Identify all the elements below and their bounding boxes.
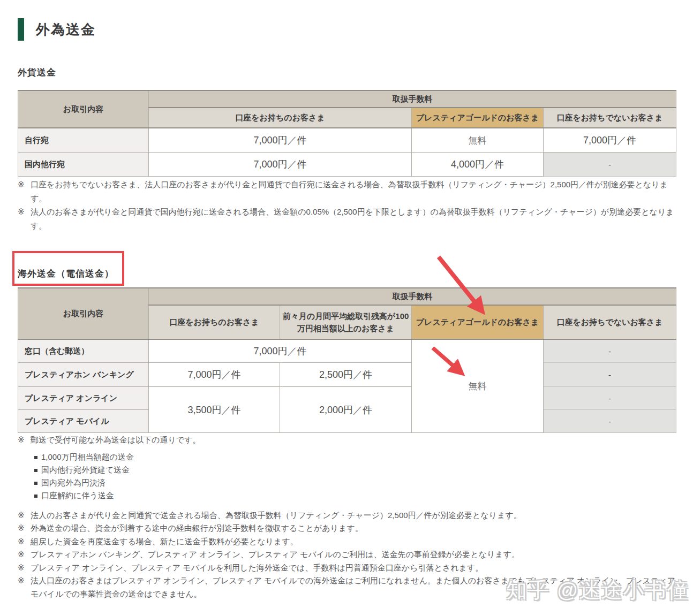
note-item: ※ 法人のお客さまが代り金と同通貨で国内他行宛に送金される場合、送金額の0.05… (18, 205, 677, 232)
table-row: 窓口（含む郵送） 7,000円／件 無料 - (18, 339, 676, 363)
note-text: 法人のお客さまが代り金と同通貨で送金される場合、為替取扱手数料（リフティング・チ… (31, 509, 677, 522)
header-account-holder: 口座をお持ちのお客さま (149, 108, 412, 128)
table-row: プレスティア オンライン 3,500円／件 2,000円／件 - (18, 387, 676, 410)
header-account-holder: 口座をお持ちのお客さま (149, 305, 280, 339)
fee-value: 7,000円／件 (544, 128, 676, 153)
note-text: 口座をお持ちでないお客さま、法人口座のお客さまが代り金と同通貨で自行宛に送金され… (31, 178, 677, 205)
note-marker: ※ (18, 178, 31, 205)
header-average-balance: 前々月の月間平均総取引残高が100万円相当額以上のお客さま (280, 305, 412, 339)
header-transaction: お取引内容 (18, 288, 149, 339)
note-item: ※ 法人のお客さまが代り金と同通貨で送金される場合、為替取扱手数料（リフティング… (18, 509, 677, 522)
row-label-domestic-other-bank: 国内他行宛 (18, 153, 149, 177)
table-row: 国内他行宛 7,000円／件 4,000円／件 - (18, 153, 676, 177)
red-annotation-box: 海外送金（電信送金） (12, 251, 124, 286)
fee-value: 3,500円／件 (149, 387, 280, 433)
fee-value: 7,000円／件 (149, 128, 412, 153)
green-accent-bar (18, 18, 24, 41)
fee-value-none: - (544, 387, 676, 410)
note-text: 外為送金の場合、資金が到着する途中の経由銀行が別途手数料を徴収することがあります… (31, 522, 677, 535)
list-item-text: 1,000万円相当額超の送金 (41, 451, 134, 464)
zhihu-watermark: 知乎 @迷途小书僮 (506, 576, 689, 605)
list-item-text: 国内宛外為円決済 (41, 476, 106, 490)
page-title-block: 外為送金 (18, 18, 96, 41)
row-label-counter: 窓口（含む郵送） (18, 339, 149, 363)
foreign-remittance-fee-page: 外為送金 外貨送金 お取引内容 取扱手数料 口座をお持ちのお客さま プレスティア… (0, 0, 693, 616)
note-marker: ※ (18, 561, 31, 575)
note-text: プレスティア オンライン、プレスティア モバイルを利用した海外送金では、手数料は… (31, 561, 677, 575)
table-row: 自行宛 7,000円／件 無料 7,000円／件 (18, 128, 676, 153)
note-text: 郵送で受付可能な外為送金は以下の通りです。 (31, 434, 677, 447)
header-no-account: 口座をお持ちでないお客さま (544, 305, 676, 339)
table-row: プレスティアホン バンキング 7,000円／件 2,500円／件 - (18, 363, 676, 387)
list-item: 口座解約に伴う送金 (34, 490, 677, 503)
fee-value-none: - (544, 410, 676, 433)
overseas-remittance-fee-table: お取引内容 取扱手数料 口座をお持ちのお客さま 前々月の月間平均総取引残高が10… (18, 287, 676, 433)
fee-value: 無料 (412, 128, 544, 153)
note-marker: ※ (18, 434, 31, 447)
note-item: ※ 外為送金の場合、資金が到着する途中の経由銀行が別途手数料を徴収することがあり… (18, 522, 677, 535)
bullet-square-icon (34, 469, 37, 472)
note-text: 組戻した資金を再度送金する場合、新たに送金手数料が必要となります。 (31, 535, 677, 549)
fee-value: 7,000円／件 (149, 339, 412, 363)
fee-value-none: - (544, 153, 676, 177)
note-marker: ※ (18, 548, 31, 561)
table-header-row: お取引内容 取扱手数料 (18, 90, 676, 108)
note-text: プレスティアホン バンキング、プレスティア オンライン、プレスティア モバイルの… (31, 548, 677, 561)
bullet-square-icon (34, 482, 37, 485)
header-fee: 取扱手数料 (149, 90, 676, 108)
list-item: 国内他行宛外貨建て送金 (34, 464, 677, 477)
row-label-phone-banking: プレスティアホン バンキング (18, 363, 149, 387)
header-fee: 取扱手数料 (149, 288, 676, 305)
note-item: ※ プレスティア オンライン、プレスティア モバイルを利用した海外送金では、手数… (18, 561, 677, 575)
bullet-square-icon (34, 495, 37, 498)
list-item: 国内宛外為円決済 (34, 477, 677, 490)
table-header-row: お取引内容 取扱手数料 (18, 288, 676, 305)
fee-value-free: 無料 (412, 339, 544, 433)
page-title: 外為送金 (36, 20, 96, 39)
fee-value-none: - (544, 339, 676, 363)
note-marker: ※ (18, 535, 31, 549)
note-marker: ※ (18, 205, 31, 232)
row-label-mobile: プレスティア モバイル (18, 410, 149, 433)
note-item: ※ 郵送で受付可能な外為送金は以下の通りです。 (18, 434, 677, 447)
fee-value: 7,000円／件 (149, 363, 280, 387)
note-marker: ※ (18, 522, 31, 535)
list-item-text: 国内他行宛外貨建て送金 (41, 463, 130, 477)
header-transaction: お取引内容 (18, 90, 149, 128)
row-label-own-bank: 自行宛 (18, 128, 149, 153)
list-item-text: 口座解約に伴う送金 (41, 489, 114, 503)
mail-eligible-remittance-list: 1,000万円相当額超の送金 国内他行宛外貨建て送金 国内宛外為円決済 口座解約… (18, 451, 677, 503)
section-heading-foreign-currency: 外貨送金 (18, 66, 56, 79)
notes-foreign-currency: ※ 口座をお持ちでないお客さま、法人口座のお客さまが代り金と同通貨で自行宛に送金… (18, 178, 677, 232)
header-prestia-gold: プレスティアゴールドのお客さま (412, 305, 544, 339)
note-text: 法人のお客さまが代り金と同通貨で国内他行宛に送金される場合、送金額の0.05%（… (31, 205, 677, 232)
header-no-account: 口座をお持ちでないお客さま (544, 108, 676, 128)
fee-value: 4,000円／件 (412, 153, 544, 177)
note-item: ※ 組戻した資金を再度送金する場合、新たに送金手数料が必要となります。 (18, 535, 677, 549)
note-marker: ※ (18, 509, 31, 522)
header-prestia-gold: プレスティアゴールドのお客さま (412, 108, 544, 128)
fee-value: 7,000円／件 (149, 153, 412, 177)
foreign-currency-fee-table: お取引内容 取扱手数料 口座をお持ちのお客さま プレスティアゴールドのお客さま … (18, 90, 676, 177)
fee-value: 2,000円／件 (280, 387, 412, 433)
note-item: ※ プレスティアホン バンキング、プレスティア オンライン、プレスティア モバイ… (18, 548, 677, 561)
fee-value: 2,500円／件 (280, 363, 412, 387)
fee-value-none: - (544, 363, 676, 387)
list-item: 1,000万円相当額超の送金 (34, 451, 677, 464)
section-heading-overseas-remittance: 海外送金（電信送金） (18, 268, 114, 280)
row-label-online: プレスティア オンライン (18, 387, 149, 410)
note-marker: ※ (18, 574, 31, 600)
bullet-square-icon (34, 456, 37, 459)
note-item: ※ 口座をお持ちでないお客さま、法人口座のお客さまが代り金と同通貨で自行宛に送金… (18, 178, 677, 205)
